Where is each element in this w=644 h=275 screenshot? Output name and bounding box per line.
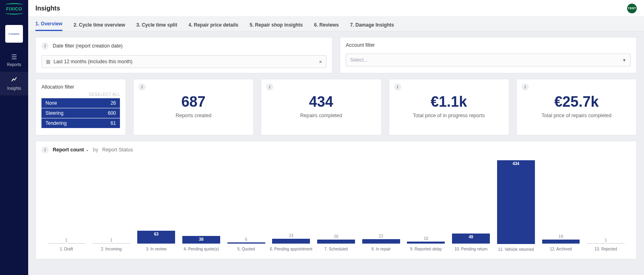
nav-reports[interactable]: ☰ Reports	[0, 48, 28, 72]
kpi-price-completed: i €25.7k Total price of repairs complete…	[516, 79, 637, 135]
bar-category-label: 4. Pending quote(s)	[184, 247, 219, 256]
date-filter-value: Last 12 months (includes this month)	[54, 59, 132, 64]
chart-bar[interactable]: 65. Quoted	[224, 155, 269, 256]
chart-bar[interactable]: 4910. Pending return	[448, 155, 493, 256]
date-filter-title: Date filter (report creation date)	[53, 43, 123, 49]
page-title: Insights	[35, 5, 60, 12]
avatar[interactable]: TEST	[627, 4, 637, 13]
chart-metric-selector[interactable]: Report count ⌄	[53, 147, 89, 153]
brand-text: FIXICO	[6, 6, 22, 11]
list-icon: ☰	[11, 53, 17, 61]
chart-bar[interactable]: 1912. Archived	[539, 155, 584, 256]
bar-value: 10	[424, 236, 428, 241]
kpi-label: Total price of repairs completed	[542, 113, 612, 118]
main: Insights TEST 1. Overview 2. Cycle time …	[28, 0, 644, 275]
bar-value: 1	[605, 238, 607, 242]
bar-rect	[362, 239, 400, 244]
tab-cycle-time-overview[interactable]: 2. Cycle time overview	[74, 19, 125, 31]
bar-category-label: 11. Vehicle returned	[498, 247, 534, 256]
deselect-all-button[interactable]: DESELECT ALL	[41, 92, 120, 97]
bar-category-label: 5. Quoted	[237, 247, 255, 256]
info-icon[interactable]: i	[41, 146, 49, 153]
chart-bar[interactable]: 109. Reported delay	[404, 155, 449, 256]
allocation-item-count: 600	[108, 110, 116, 116]
bar-value: 19	[559, 234, 563, 239]
chart-bar[interactable]: 12. Incoming	[89, 155, 134, 256]
bar-value: 6	[245, 237, 248, 242]
tab-repair-shop-insights[interactable]: 5. Repair shop insights	[250, 19, 303, 31]
info-icon[interactable]: i	[522, 83, 529, 91]
allocation-item-none[interactable]: None 26	[41, 98, 120, 108]
bar-category-label: 10. Pending return	[454, 247, 487, 256]
account-filter-select[interactable]: Select... ▼	[346, 54, 631, 66]
bar-category-label: 2. Incoming	[101, 247, 122, 256]
bar-category-label: 7. Scheduled	[324, 247, 348, 256]
kpi-label: Repairs completed	[300, 113, 342, 118]
bar-category-label: 12. Archived	[550, 247, 572, 256]
chart-bar[interactable]: 43411. Vehicle returned	[493, 155, 539, 256]
kpi-value: 687	[182, 93, 206, 110]
tab-overview[interactable]: 1. Overview	[35, 18, 62, 31]
nav-label: Reports	[7, 62, 21, 67]
allocation-item-name: None	[45, 100, 57, 106]
calendar-icon: ▦	[46, 59, 50, 64]
bar-category-label: 6. Pending appointment	[270, 247, 312, 256]
bar-value: 63	[154, 232, 159, 236]
bar-rect	[542, 240, 580, 244]
kpi-price-in-progress: i €1.1k Total price of in progress repor…	[389, 79, 509, 135]
brand-logo: FIXICO	[0, 2, 28, 16]
bar-category-label: 13. Rejected	[594, 247, 617, 256]
avatar-text: TEST	[628, 6, 636, 10]
allocation-item-name: Tendering	[45, 120, 67, 126]
kpi-label: Total price of in progress reports	[413, 113, 485, 118]
tab-repair-price-details[interactable]: 4. Repair price details	[188, 19, 238, 31]
chart-bar[interactable]: 11. Draft	[44, 155, 89, 256]
bar-value: 20	[334, 234, 338, 239]
bar-rect	[272, 239, 310, 244]
tab-reviews[interactable]: 6. Reviews	[314, 19, 339, 31]
chart-bar[interactable]: 207. Scheduled	[314, 155, 359, 256]
kpi-value: 434	[309, 93, 333, 110]
nav-label: Insights	[7, 86, 21, 91]
info-icon[interactable]: i	[266, 83, 273, 91]
bar-category-label: 3. In review	[146, 247, 167, 256]
allocation-item-steering[interactable]: Steering 600	[41, 108, 120, 118]
info-icon[interactable]: i	[138, 83, 146, 91]
info-icon[interactable]: i	[41, 42, 49, 50]
clear-date-icon[interactable]: ×	[319, 59, 322, 65]
kpi-value: €1.1k	[431, 93, 467, 110]
tab-cycle-time-split[interactable]: 3. Cycle time split	[136, 19, 177, 31]
allocation-filter-title: Allocation filter	[41, 84, 74, 90]
chart-bar[interactable]: 384. Pending quote(s)	[179, 155, 224, 256]
sidebar: FIXICO Company ☰ Reports Insights	[0, 0, 28, 275]
allocation-item-count: 61	[111, 120, 116, 126]
bar-rect	[587, 243, 625, 244]
chart-bar[interactable]: 113. Rejected	[583, 155, 628, 256]
bar-value: 49	[469, 235, 473, 239]
allocation-filter-panel: Allocation filter DESELECT ALL None 26 S…	[35, 79, 126, 135]
bar-rect	[227, 242, 265, 244]
bar-category-label: 9. Reported delay	[410, 247, 442, 256]
chevron-down-icon: ▼	[622, 58, 626, 62]
chart-dimension: Report Status	[102, 147, 133, 153]
allocation-item-count: 26	[111, 100, 116, 106]
chart-bar[interactable]: 236. Pending appointment	[268, 155, 314, 256]
company-logo[interactable]: Company	[5, 25, 23, 43]
tabs: 1. Overview 2. Cycle time overview 3. Cy…	[28, 17, 644, 31]
tab-damage-insights[interactable]: 7. Damage Insights	[350, 19, 394, 31]
allocation-item-name: Steering	[45, 110, 64, 116]
bar-value: 1	[65, 238, 68, 242]
chart-icon	[11, 77, 17, 85]
chart-metric-label: Report count	[53, 147, 84, 153]
info-icon[interactable]: i	[394, 83, 401, 91]
company-logo-text: Company	[8, 33, 19, 35]
chart-bar[interactable]: 633. In review	[134, 155, 179, 256]
kpi-label: Reports created	[175, 113, 211, 118]
account-filter-placeholder: Select...	[350, 57, 367, 63]
allocation-item-tendering[interactable]: Tendering 61	[41, 118, 120, 128]
bar-rect	[47, 243, 85, 244]
bar-value: 23	[289, 234, 293, 238]
date-filter-input[interactable]: ▦ Last 12 months (includes this month) ×	[41, 55, 326, 68]
chart-bar[interactable]: 228. In repair	[359, 155, 404, 256]
nav-insights[interactable]: Insights	[0, 72, 28, 95]
